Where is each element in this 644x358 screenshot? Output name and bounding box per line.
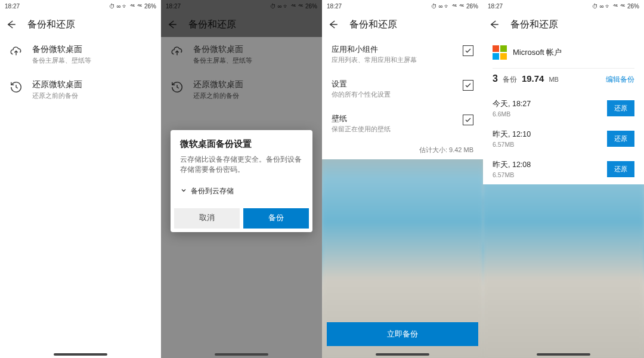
option-label: 备份到云存储 [191, 186, 234, 196]
nav-handle [215, 353, 268, 356]
chevron-down-icon [180, 187, 187, 196]
screen-1: 18:27 ⏱ ∞ ᯤ ⁴⁶ ⁴⁶ 26% 备份和还原 备份微软桌面 备份主屏幕… [0, 0, 161, 358]
status-time: 18:27 [488, 3, 503, 10]
cloud-upload-icon [10, 45, 23, 58]
checkbox-icon[interactable] [463, 80, 473, 91]
backup-now-button[interactable]: 立即备份 [327, 322, 478, 346]
app-header: 备份和还原 [322, 12, 483, 37]
back-icon[interactable] [328, 19, 339, 30]
status-bar: 18:27 ⏱ ∞ ᯤ ⁴⁶ ⁴⁶ 26% [0, 0, 161, 12]
account-row[interactable]: Microsoft 帐户 [483, 37, 644, 68]
backup-entry: 昨天, 12:08 6.57MB 还原 [483, 154, 644, 184]
screen-3: 18:27 ⏱ ∞ ᯤ ⁴⁶ ⁴⁶ 26% 备份和还原 应用和小组件 应用列表、… [322, 0, 483, 358]
backup-entry: 今天, 18:27 6.6MB 还原 [483, 93, 644, 124]
status-bar: 18:27 ⏱ ∞ ᯤ ⁴⁶ ⁴⁶ 26% [322, 0, 483, 12]
status-time: 18:27 [5, 3, 20, 10]
page-title: 备份和还原 [510, 18, 558, 31]
checkbox-icon[interactable] [463, 115, 473, 125]
checkbox-icon[interactable] [463, 45, 473, 56]
back-icon[interactable] [489, 19, 500, 30]
estimated-size: 估计大小: 9.42 MB [322, 141, 483, 159]
app-header: 备份和还原 [483, 12, 644, 37]
status-indicators: ⏱ ∞ ᯤ ⁴⁶ ⁴⁶ 26% [592, 3, 639, 10]
restore-row-text: 还原微软桌面 还原之前的备份 [32, 79, 82, 100]
restore-button[interactable]: 还原 [607, 131, 634, 147]
edit-backups-link[interactable]: 编辑备份 [606, 75, 634, 85]
option-settings[interactable]: 设置 你的所有个性化设置 [322, 72, 483, 106]
dialog-title: 微软桌面备份设置 [171, 130, 312, 155]
backup-size-unit: MB [549, 76, 559, 83]
back-icon[interactable] [6, 19, 17, 30]
backup-summary: 3 备份 19.74 MB 编辑备份 [483, 69, 644, 93]
screen-2: 18:27 ⏱ ∞ ᯤ ⁴⁶ ⁴⁶ 26% 备份和还原 备份微软桌面备份主屏幕、… [161, 0, 322, 358]
app-header: 备份和还原 [0, 12, 161, 37]
restore-button[interactable]: 还原 [607, 161, 634, 177]
account-name: Microsoft 帐户 [513, 47, 634, 58]
backup-count: 3 [493, 73, 498, 84]
status-bar: 18:27 ⏱ ∞ ᯤ ⁴⁶ ⁴⁶ 26% [483, 0, 644, 12]
restore-row[interactable]: 还原微软桌面 还原之前的备份 [0, 72, 161, 107]
page-title: 备份和还原 [349, 18, 397, 31]
cloud-storage-option[interactable]: 备份到云存储 [171, 183, 312, 205]
nav-handle [54, 353, 107, 356]
option-apps-widgets[interactable]: 应用和小组件 应用列表、常用应用和主屏幕 [322, 37, 483, 72]
status-indicators: ⏱ ∞ ᯤ ⁴⁶ ⁴⁶ 26% [109, 3, 156, 10]
status-time: 18:27 [327, 3, 342, 10]
cancel-button[interactable]: 取消 [174, 208, 240, 229]
backup-settings-dialog: 微软桌面备份设置 云存储比设备存储更安全。备份到设备存储需要备份密码。 备份到云… [171, 130, 312, 232]
nav-handle [376, 353, 429, 356]
page-title: 备份和还原 [27, 18, 75, 31]
backup-button[interactable]: 备份 [243, 208, 309, 229]
dialog-message: 云存储比设备存储更安全。备份到设备存储需要备份密码。 [171, 155, 312, 183]
backup-total-size: 19.74 [522, 73, 544, 84]
backup-row-text: 备份微软桌面 备份主屏幕、壁纸等 [32, 44, 91, 65]
history-icon [10, 81, 23, 94]
microsoft-logo-icon [493, 45, 507, 60]
option-wallpaper[interactable]: 壁纸 保留正在使用的壁纸 [322, 106, 483, 141]
status-indicators: ⏱ ∞ ᯤ ⁴⁶ ⁴⁶ 26% [431, 3, 478, 10]
backup-row[interactable]: 备份微软桌面 备份主屏幕、壁纸等 [0, 37, 161, 72]
restore-button[interactable]: 还原 [607, 100, 634, 116]
backup-entry: 昨天, 12:10 6.57MB 还原 [483, 124, 644, 154]
backup-count-label: 备份 [503, 75, 517, 85]
dialog-buttons: 取消 备份 [171, 205, 312, 232]
screen-4: 18:27 ⏱ ∞ ᯤ ⁴⁶ ⁴⁶ 26% 备份和还原 Microsoft 帐户 [483, 0, 644, 358]
nav-handle [537, 353, 590, 356]
